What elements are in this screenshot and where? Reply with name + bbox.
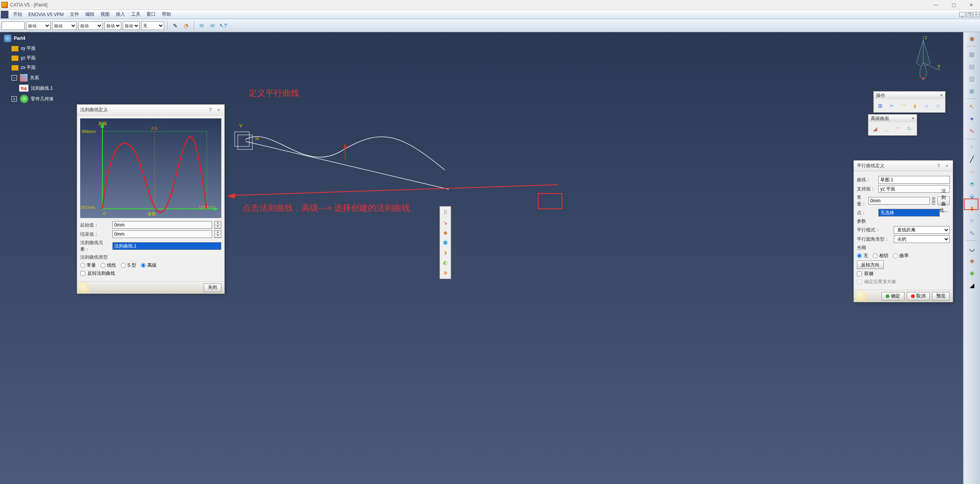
tree-zx-plane[interactable]: zx 平面 [12, 63, 54, 72]
menu-start[interactable]: 开始 [10, 11, 25, 18]
preview-button[interactable]: 预览 [932, 292, 950, 300]
tree-xy-plane[interactable]: xy 平面 [12, 44, 54, 53]
help-icon[interactable]: ? [208, 107, 213, 113]
sweep-tool-icon[interactable]: ◢ [967, 281, 977, 290]
radio-none[interactable]: 无 [857, 253, 868, 259]
radio-curvature[interactable]: 曲率 [893, 253, 909, 259]
point-icon[interactable]: ▦ [967, 49, 977, 59]
trim-icon[interactable]: ✂ [887, 101, 897, 111]
select-arrow-icon[interactable]: ↖ [967, 102, 977, 111]
menu-enovia[interactable]: ENOVIA V5 VPM [25, 12, 67, 17]
collapse-icon[interactable]: − [12, 75, 17, 80]
brush-icon[interactable]: ✎ [171, 21, 180, 30]
reverse-direction-button[interactable]: 反转方向 [857, 261, 884, 269]
end-spinner[interactable]: ▲▼ [214, 230, 221, 238]
bump-icon[interactable]: ◢ [870, 124, 880, 134]
plane-tool-icon[interactable]: ▱ [967, 167, 977, 176]
wireframe-icon[interactable]: ▤ [967, 62, 977, 71]
menu-insert[interactable]: 插入 [113, 11, 128, 18]
start-value-input[interactable] [112, 221, 212, 229]
menu-view[interactable]: 视图 [97, 11, 113, 18]
tree-relations[interactable]: − 关系 [12, 72, 54, 83]
radio-linear[interactable]: 线性 [100, 262, 116, 269]
menu-window[interactable]: 窗口 [143, 11, 159, 18]
translate-icon[interactable]: ◗ [910, 101, 920, 111]
offset-tool-icon[interactable]: ◆ [967, 268, 977, 277]
close-button[interactable]: ✕ [962, 0, 980, 10]
pointer-help-icon[interactable]: ↖? [219, 21, 228, 30]
minimize-button[interactable]: — [927, 0, 945, 10]
toolbar-input[interactable] [2, 21, 25, 30]
close-icon[interactable]: × [216, 107, 221, 113]
toolbar-select-1[interactable]: 自动 [26, 21, 51, 30]
grip-icon[interactable]: ⠿ [441, 208, 450, 217]
cancel-button[interactable]: 取消 [907, 292, 930, 300]
toolbar-close-icon[interactable]: × [912, 116, 914, 121]
ok-button[interactable]: 确定 [881, 292, 904, 300]
spline-icon[interactable]: ∿ [967, 228, 977, 237]
close-button[interactable]: 关闭 [204, 284, 221, 292]
mdi-close[interactable]: × [973, 12, 979, 17]
compass-icon[interactable]: ✦ [967, 114, 977, 123]
tree-part-body[interactable]: + 零件几何体 [12, 93, 54, 105]
fillet-icon[interactable]: ◠ [898, 101, 908, 111]
project-icon[interactable]: ⬘ [967, 179, 977, 188]
shading-icon[interactable]: ▥ [967, 74, 977, 83]
menu-file[interactable]: 文件 [67, 11, 82, 18]
both-sides-checkbox[interactable] [857, 271, 862, 276]
curve-tool-icon[interactable]: ◡ [967, 244, 977, 253]
extrapolate-icon[interactable]: ▱ [921, 101, 931, 111]
line-tool-icon[interactable]: ╱ [967, 154, 977, 164]
curve-input[interactable] [878, 176, 950, 184]
menu-edit[interactable]: 编辑 [82, 11, 97, 18]
radio-constant[interactable]: 常量 [80, 262, 96, 269]
sketch-icon[interactable]: ✎ [967, 126, 977, 136]
reverse-law-checkbox[interactable] [80, 271, 85, 276]
mail-send-icon[interactable]: ✉ [208, 21, 217, 30]
mode-select[interactable]: 直线距离 [894, 226, 950, 234]
surface-tool-icon[interactable]: ◈ [967, 256, 977, 265]
offset-icon[interactable]: ◗ [441, 248, 450, 257]
law-curve-button[interactable]: 法则曲线... [937, 197, 950, 205]
toolbar-select-5[interactable]: 自动 [123, 21, 140, 30]
start-spinner[interactable]: ▲▼ [214, 221, 221, 229]
mdi-restore[interactable]: ❐ [966, 12, 972, 17]
end-value-input[interactable] [112, 230, 212, 238]
axis-icon[interactable]: ↘ [441, 218, 450, 227]
toolbar-select-4[interactable]: 自动 [104, 21, 121, 30]
invert-icon[interactable]: ◇ [933, 101, 943, 111]
tree-root[interactable]: Part4 [4, 33, 54, 44]
radio-s-type[interactable]: S 型 [121, 262, 136, 269]
menu-tools[interactable]: 工具 [128, 11, 143, 18]
wrap-curve-icon[interactable]: ◡ [881, 124, 891, 134]
menu-help[interactable]: 帮助 [159, 11, 174, 18]
compass[interactable]: z y [905, 36, 942, 82]
radio-tangent[interactable]: 相切 [873, 253, 888, 259]
point-tool-icon[interactable]: · [967, 142, 977, 151]
circle-icon[interactable]: ○ [967, 216, 977, 225]
toolbar-select-3[interactable]: 自动 [78, 21, 103, 30]
expand-icon[interactable]: + [12, 96, 17, 102]
shape-morph-icon[interactable]: ↻ [904, 124, 914, 134]
point-input[interactable] [878, 209, 940, 217]
workbench-icon[interactable]: ◉ [967, 34, 977, 43]
toolbar-close-icon[interactable]: × [940, 93, 943, 98]
join-icon[interactable]: ⊞ [875, 101, 885, 111]
constant-spinner[interactable]: ▲▼ [932, 197, 935, 205]
sweep-icon[interactable]: ◐ [441, 258, 450, 267]
cube-icon[interactable]: ▣ [967, 86, 977, 95]
law-element-input[interactable] [112, 242, 221, 250]
help-icon[interactable]: ? [936, 163, 941, 169]
corner-select[interactable]: 尖的 [894, 235, 950, 243]
maximize-button[interactable]: ▢ [945, 0, 962, 10]
projection-icon[interactable]: ⬢ [441, 238, 450, 247]
close-icon[interactable]: × [944, 163, 950, 169]
toolbar-select-6[interactable]: 无 [141, 21, 164, 30]
radio-advanced[interactable]: 高级 [141, 262, 156, 269]
constant-input[interactable] [868, 197, 930, 205]
plane-icon[interactable]: ◆ [441, 228, 450, 237]
tree-law-curve[interactable]: fog 法则曲线.1 [19, 83, 54, 93]
wrap-surface-icon[interactable]: ◠ [893, 124, 903, 134]
fill-icon[interactable]: ◆ [441, 268, 450, 277]
tree-yz-plane[interactable]: yz 平面 [12, 53, 54, 63]
